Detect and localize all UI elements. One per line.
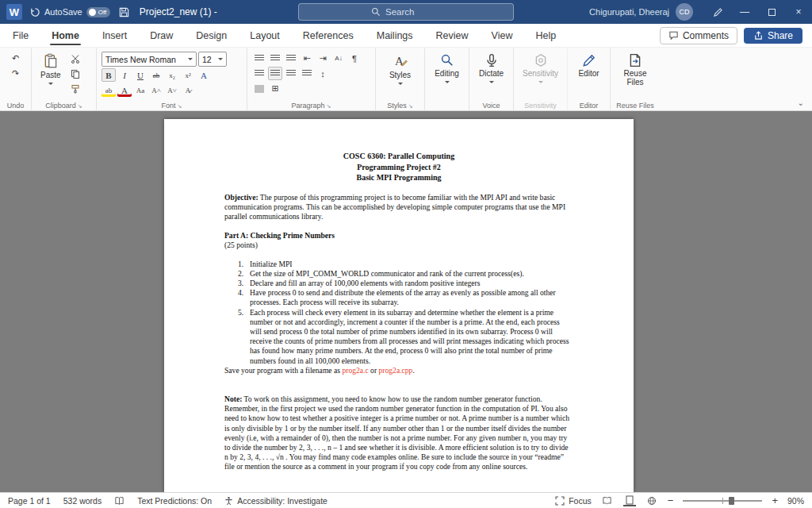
zoom-level[interactable]: 90% — [787, 496, 804, 506]
underline-button[interactable]: U — [133, 68, 147, 82]
voice-group: Dictate Voice — [469, 48, 514, 110]
tab-home[interactable]: Home — [50, 25, 81, 45]
comments-button[interactable]: Comments — [660, 27, 737, 44]
shrink-font-button[interactable]: A˅ — [165, 83, 179, 97]
styles-dialog-launcher[interactable]: ↘ — [408, 103, 413, 109]
print-layout-button[interactable] — [623, 495, 636, 506]
strikethrough-button[interactable]: ab — [149, 68, 163, 82]
align-right-button[interactable] — [284, 67, 298, 80]
tab-insert[interactable]: Insert — [101, 25, 128, 45]
cut-button[interactable] — [68, 52, 82, 65]
copy-button[interactable] — [68, 67, 82, 80]
read-mode-button[interactable] — [601, 495, 614, 506]
focus-button[interactable]: Focus — [555, 496, 592, 506]
zoom-slider-thumb[interactable] — [729, 497, 734, 505]
align-center-button[interactable] — [268, 67, 282, 80]
search-icon — [371, 7, 381, 17]
paragraph-group: ⇤ ⇥ A↓ ¶ ↕ ⊞ Paragraph↘ — [247, 48, 376, 110]
paragraph-group-label[interactable]: Paragraph↘ — [247, 102, 375, 110]
italic-button[interactable]: I — [117, 68, 132, 82]
tab-help[interactable]: Help — [534, 25, 557, 45]
word-count[interactable]: 532 words — [63, 496, 102, 506]
objective-text: The purpose of this programming project … — [224, 193, 565, 221]
zoom-out-button[interactable]: − — [668, 495, 674, 506]
sensitivity-button[interactable]: Sensitivity — [519, 52, 562, 99]
save-button[interactable] — [118, 6, 130, 18]
format-painter-button[interactable] — [68, 82, 82, 95]
search-box[interactable] — [298, 3, 514, 21]
list-item: 4.Have process 0 to send and distribute … — [224, 288, 573, 307]
reuse-files-icon — [628, 53, 642, 67]
tab-design[interactable]: Design — [194, 25, 228, 45]
ink-icon[interactable] — [704, 0, 731, 24]
autosave-control[interactable]: AutoSave Off — [30, 7, 110, 17]
borders-button[interactable]: ⊞ — [268, 82, 282, 95]
page[interactable]: COSC 6360: Parallel Computing Programmin… — [164, 119, 634, 492]
change-case-button[interactable]: Aa — [133, 83, 147, 97]
styles-group-label[interactable]: Styles↘ — [376, 102, 424, 110]
zoom-in-button[interactable]: + — [772, 495, 778, 506]
align-left-button[interactable] — [252, 67, 266, 80]
share-button[interactable]: Share — [744, 28, 802, 44]
proofing-button[interactable] — [114, 496, 124, 506]
undo-button[interactable]: ↶ — [9, 52, 23, 65]
editing-button[interactable]: Editing — [430, 52, 465, 99]
filename-prog2a-cpp: prog2a.cpp — [379, 366, 413, 375]
tab-references[interactable]: References — [301, 25, 355, 45]
collapse-ribbon-button[interactable]: ⌄ — [798, 98, 804, 107]
paragraph-dialog-launcher[interactable]: ↘ — [327, 103, 331, 109]
grow-font-button[interactable]: A˄ — [149, 83, 163, 97]
line-spacing-button[interactable]: ↕ — [316, 67, 330, 80]
search-input[interactable] — [385, 7, 441, 17]
dictate-dropdown-caret — [489, 81, 494, 86]
page-indicator[interactable]: Page 1 of 1 — [8, 496, 51, 506]
document-canvas[interactable]: COSC 6360: Parallel Computing Programmin… — [0, 111, 812, 492]
close-button[interactable]: × — [785, 0, 812, 24]
justify-button[interactable] — [300, 67, 314, 80]
redo-button[interactable]: ↷ — [9, 67, 23, 80]
multilevel-list-button[interactable] — [284, 52, 298, 65]
clear-formatting-button[interactable]: A̷ — [181, 83, 195, 97]
maximize-button[interactable] — [758, 0, 785, 24]
font-dialog-launcher[interactable]: ↘ — [178, 103, 182, 109]
bullets-button[interactable] — [252, 52, 266, 65]
tab-view[interactable]: View — [490, 25, 515, 45]
show-marks-button[interactable]: ¶ — [347, 52, 362, 65]
styles-button[interactable]: A Styles — [383, 52, 418, 99]
paste-button[interactable]: Paste — [36, 52, 65, 99]
autosave-toggle[interactable]: Off — [86, 7, 110, 17]
subscript-button[interactable]: x₂ — [165, 68, 179, 82]
clipboard-dialog-launcher[interactable]: ↘ — [78, 103, 82, 109]
font-color-button[interactable]: A — [117, 83, 132, 97]
text-effects-button[interactable]: A — [197, 68, 211, 82]
font-group-label[interactable]: Font↘ — [97, 102, 247, 110]
editor-group: Editor Editor — [568, 48, 611, 110]
increase-indent-button[interactable]: ⇥ — [316, 52, 330, 65]
tab-mailings[interactable]: Mailings — [375, 25, 415, 45]
sort-button[interactable]: A↓ — [331, 52, 346, 65]
editor-button[interactable]: Editor — [572, 52, 607, 99]
numbering-button[interactable] — [268, 52, 282, 65]
tab-draw[interactable]: Draw — [148, 25, 174, 45]
zoom-slider[interactable] — [683, 500, 762, 502]
dictate-button[interactable]: Dictate — [474, 52, 509, 99]
font-size-combo[interactable]: 12 — [198, 52, 227, 67]
styles-dropdown-caret — [398, 83, 403, 87]
tab-review[interactable]: Review — [435, 25, 470, 45]
accessibility-status[interactable]: Accessibility: Investigate — [224, 496, 327, 506]
tab-file[interactable]: File — [11, 25, 30, 45]
avatar[interactable]: CD — [676, 3, 693, 21]
text-predictions[interactable]: Text Predictions: On — [137, 496, 212, 506]
web-layout-button[interactable] — [645, 495, 658, 506]
minimize-button[interactable]: — — [731, 0, 758, 24]
highlight-color-button[interactable]: ab — [102, 83, 116, 97]
superscript-button[interactable]: x² — [181, 68, 195, 82]
shading-button[interactable] — [252, 82, 266, 95]
bold-button[interactable]: B — [102, 68, 116, 82]
clipboard-group-label[interactable]: Clipboard↘ — [32, 102, 96, 110]
decrease-indent-button[interactable]: ⇤ — [300, 52, 314, 65]
reuse-files-button[interactable]: Reuse Files — [615, 52, 655, 99]
tab-layout[interactable]: Layout — [248, 25, 282, 45]
font-name-combo[interactable]: Times New Roman — [102, 52, 197, 67]
editing-icon — [440, 53, 454, 67]
